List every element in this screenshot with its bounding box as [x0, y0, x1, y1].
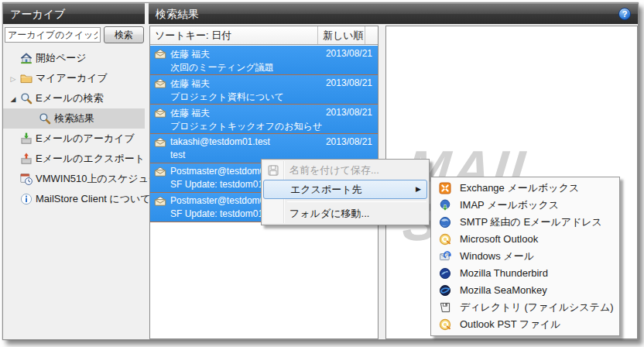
schedule-icon	[20, 173, 33, 185]
sidebar-item-label: Eメールのエクスポート	[36, 149, 145, 169]
header-filler	[365, 26, 378, 44]
smtp-icon	[439, 216, 451, 228]
sidebar-tree: 開始ページ マイアーカイブ Eメールの検索 検索結果 Eメールのアーカイブ	[3, 48, 145, 209]
chevron-collapsed-icon[interactable]	[9, 68, 18, 89]
imap-icon	[439, 199, 451, 211]
submenu-item-label: ディレクトリ (ファイルシステム)	[460, 301, 614, 313]
archive-icon	[20, 132, 33, 145]
menu-item-save-as: 名前を付けて保存...	[263, 161, 427, 180]
email-date: 2013/08/21	[326, 107, 372, 118]
menu-separator	[287, 201, 426, 202]
email-sender: takashi@testdom01.test	[170, 136, 270, 147]
sidebar-item-label: VMWIN510上のスケジュー...	[36, 169, 167, 189]
sidebar-item-start-page[interactable]: 開始ページ	[3, 48, 145, 68]
submenu-item-directory[interactable]: ディレクトリ (ファイルシステム)	[432, 299, 618, 316]
sidebar-item-about-client[interactable]: MailStore Client について	[3, 189, 145, 209]
sidebar-item-label: 検索結果	[54, 108, 94, 129]
outlook-icon	[439, 233, 451, 246]
email-date: 2013/08/21	[326, 77, 372, 88]
chevron-expanded-icon[interactable]	[9, 88, 18, 109]
sidebar-item-my-archive[interactable]: マイアーカイブ	[3, 68, 145, 88]
sidebar-item-schedule[interactable]: VMWIN510上のスケジュー...	[3, 169, 145, 189]
info-icon	[20, 193, 33, 205]
envelope-icon	[154, 137, 166, 147]
submenu-item-outlook-pst[interactable]: Outlook PST ファイル	[432, 316, 618, 333]
submenu-item-smtp[interactable]: SMTP 経由の Eメールアドレス	[432, 214, 618, 231]
sidebar-header: アーカイブ	[3, 3, 145, 24]
sidebar-title: アーカイブ	[10, 8, 65, 20]
submenu-item-label: Windows メール	[460, 250, 534, 262]
submenu-item-label: Outlook PST ファイル	[460, 318, 560, 330]
sort-order-header[interactable]: 新しい順	[318, 26, 365, 44]
email-date: 2013/08/21	[326, 136, 372, 147]
sidebar-item-label: 開始ページ	[36, 48, 87, 68]
submenu-item-thunderbird[interactable]: Mozilla Thunderbird	[432, 265, 618, 282]
quick-search-input[interactable]	[5, 27, 101, 43]
email-sender: 佐藤 福夫	[170, 48, 210, 61]
menu-item-label: エクスポート先	[290, 184, 362, 195]
sidebar-item-email-export[interactable]: Eメールのエクスポート	[3, 149, 145, 169]
envelope-icon	[154, 167, 166, 177]
email-row[interactable]: 佐藤 福夫 2013/08/21 プロジェクトキックオフのお知らせ	[150, 105, 378, 134]
home-icon	[20, 52, 33, 64]
envelope-icon	[154, 78, 166, 88]
search-icon	[39, 112, 51, 125]
submenu-item-label: Mozilla SeaMonkey	[460, 284, 547, 296]
submenu-item-label: IMAP メールボックス	[460, 199, 559, 211]
email-row[interactable]: 佐藤 福夫 2013/08/21 次回のミーティング議題	[150, 46, 378, 75]
page-title: 検索結果	[156, 8, 199, 20]
submenu-item-seamonkey[interactable]: Mozilla SeaMonkey	[432, 282, 618, 299]
outlook-pst-icon	[439, 318, 451, 331]
submenu-item-label: Microsoft Outlook	[460, 233, 538, 245]
email-date: 2013/08/21	[326, 48, 372, 59]
submenu-item-outlook[interactable]: Microsoft Outlook	[432, 231, 618, 248]
envelope-icon	[154, 196, 166, 206]
email-sender: 佐藤 福夫	[170, 77, 210, 91]
sidebar-item-label: Eメールの検索	[36, 88, 104, 108]
submenu-item-windows-mail[interactable]: Windows メール	[432, 248, 618, 265]
menu-item-label: フォルダに移動...	[289, 208, 369, 219]
sidebar-item-email-archive[interactable]: Eメールのアーカイブ	[3, 129, 145, 149]
seamonkey-icon	[439, 284, 451, 297]
email-subject: プロジェクトキックオフのお知らせ	[170, 120, 376, 133]
help-icon[interactable]: ?	[618, 8, 631, 20]
submenu-item-label: Mozilla Thunderbird	[460, 267, 548, 279]
save-icon	[267, 164, 279, 177]
list-header: ソートキー: 日付 新しい順	[150, 26, 378, 45]
main-header: 検索結果 ?	[149, 3, 638, 24]
submenu-item-label: SMTP 経由の Eメールアドレス	[460, 216, 602, 228]
context-menu: 名前を付けて保存... エクスポート先 ▶ フォルダに移動...	[261, 159, 430, 225]
sidebar-item-label: MailStore Client について	[36, 189, 151, 209]
submenu-item-label: Exchange メールボックス	[460, 182, 579, 194]
menu-item-export-to[interactable]: エクスポート先 ▶	[263, 180, 427, 199]
exchange-icon	[439, 182, 451, 194]
email-sender: 佐藤 福夫	[170, 107, 210, 120]
envelope-icon	[154, 108, 166, 118]
sidebar-item-email-search[interactable]: Eメールの検索	[3, 88, 145, 108]
sidebar-item-label: Eメールのアーカイブ	[36, 129, 135, 149]
sidebar-item-search-results[interactable]: 検索結果	[3, 108, 145, 129]
export-icon	[20, 153, 33, 165]
envelope-icon	[154, 49, 166, 59]
search-button[interactable]: 検索	[104, 26, 144, 43]
email-row[interactable]: 佐藤 福夫 2013/08/21 プロジェクト資料について	[150, 75, 378, 105]
menu-item-move-to-folder[interactable]: フォルダに移動...	[263, 204, 427, 223]
submenu-arrow-icon: ▶	[416, 180, 421, 198]
menu-item-label: 名前を付けて保存...	[289, 164, 379, 176]
windows-mail-icon	[439, 250, 451, 263]
search-icon	[20, 92, 33, 105]
export-submenu: Exchange メールボックス IMAP メールボックス SMTP 経由の E…	[430, 177, 620, 336]
thunderbird-icon	[439, 267, 451, 280]
submenu-item-imap[interactable]: IMAP メールボックス	[432, 197, 618, 214]
screenshot-root: アーカイブ 検索 開始ページ マイアーカイブ Eメールの検索 検索結果	[0, 0, 644, 347]
sort-key-header[interactable]: ソートキー: 日付	[150, 26, 318, 44]
submenu-item-exchange[interactable]: Exchange メールボックス	[432, 180, 618, 197]
directory-icon	[439, 301, 451, 314]
email-subject: プロジェクト資料について	[170, 91, 376, 104]
folder-icon	[20, 72, 33, 84]
email-subject: 次回のミーティング議題	[170, 61, 376, 74]
sidebar-item-label: マイアーカイブ	[36, 68, 108, 88]
